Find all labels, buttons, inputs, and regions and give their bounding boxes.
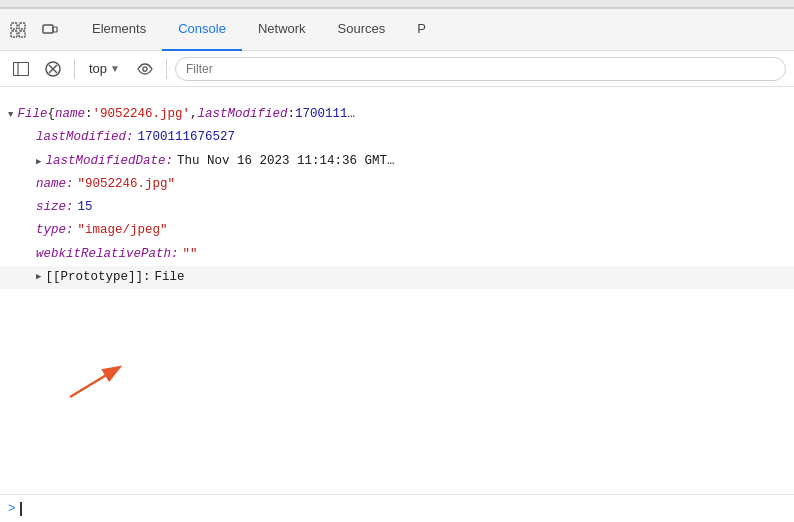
object-summary-line[interactable]: ▼ File { name : '9052246.jpg' , lastModi…: [0, 103, 794, 126]
tab-bar: Elements Console Network Sources P: [0, 9, 794, 51]
prop-size: size: 15: [0, 196, 794, 219]
expand-prototype-icon[interactable]: ▶: [36, 270, 41, 285]
context-selector[interactable]: top ▼: [83, 59, 126, 78]
svg-rect-4: [43, 25, 53, 33]
console-output: ▼ File { name : '9052246.jpg' , lastModi…: [0, 87, 794, 494]
prop-name: name: "9052246.jpg": [0, 173, 794, 196]
svg-rect-5: [53, 27, 57, 32]
toolbar-divider: [74, 59, 75, 79]
devtools-panel: Elements Console Network Sources P: [0, 8, 794, 522]
console-cursor: [20, 502, 22, 516]
prop-type: type: "image/jpeg": [0, 219, 794, 242]
prop-lastModified: lastModified: 1700111676527: [0, 126, 794, 149]
sidebar-toggle-button[interactable]: [8, 56, 34, 82]
console-prompt: >: [8, 502, 16, 516]
browser-top-bar: [0, 0, 794, 8]
tab-elements[interactable]: Elements: [76, 9, 162, 51]
filter-input[interactable]: [175, 57, 786, 81]
svg-rect-0: [11, 23, 17, 29]
prop-prototype[interactable]: ▶ [[Prototype]]: File: [0, 266, 794, 289]
tab-sources[interactable]: Sources: [322, 9, 402, 51]
device-toolbar-icon[interactable]: [36, 16, 64, 44]
prop-lastModifiedDate[interactable]: ▶ lastModifiedDate: Thu Nov 16 2023 11:1…: [0, 150, 794, 173]
console-input-line: >: [0, 494, 794, 522]
tab-network[interactable]: Network: [242, 9, 322, 51]
expand-triangle-icon[interactable]: ▼: [8, 108, 13, 123]
expand-lastModifiedDate-icon[interactable]: ▶: [36, 155, 41, 170]
clear-console-button[interactable]: [40, 56, 66, 82]
devtools-icons: [4, 16, 76, 44]
svg-rect-3: [19, 31, 25, 37]
eye-icon-button[interactable]: [132, 56, 158, 82]
inspect-element-icon[interactable]: [4, 16, 32, 44]
svg-rect-2: [11, 31, 17, 37]
svg-rect-6: [14, 62, 29, 75]
toolbar-divider-2: [166, 59, 167, 79]
svg-point-11: [143, 66, 147, 70]
svg-line-13: [70, 368, 118, 397]
prop-webkitRelativePath: webkitRelativePath: "": [0, 243, 794, 266]
svg-rect-1: [19, 23, 25, 29]
dropdown-arrow-icon: ▼: [110, 63, 120, 74]
console-toolbar: top ▼: [0, 51, 794, 87]
tab-performance[interactable]: P: [401, 9, 442, 51]
tab-console[interactable]: Console: [162, 9, 242, 51]
